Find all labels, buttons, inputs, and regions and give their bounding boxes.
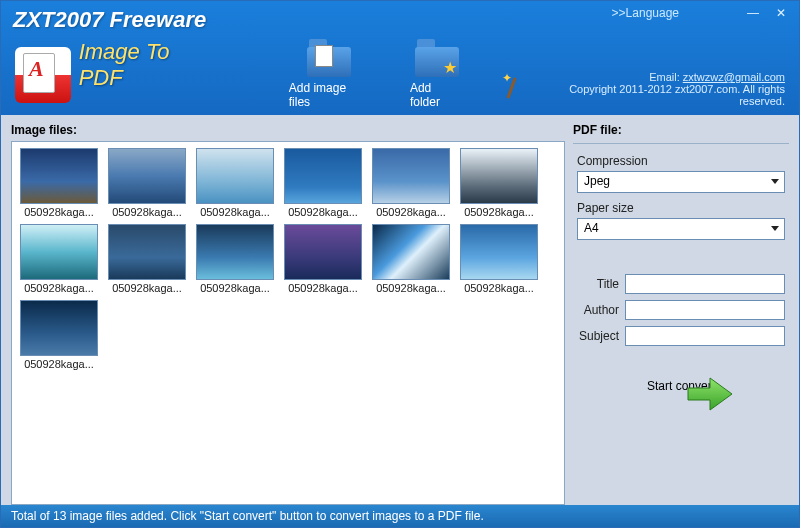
thumbnail-item[interactable]: 050928kaga...	[458, 148, 540, 218]
thumbnail-item[interactable]: 050928kaga...	[18, 224, 100, 294]
thumbnail-image	[372, 148, 450, 204]
body: Image files: 050928kaga...050928kaga...0…	[1, 115, 799, 505]
paper-size-select[interactable]: A4	[577, 218, 785, 240]
thumbnail-label: 050928kaga...	[112, 206, 182, 218]
thumbnail-image	[460, 148, 538, 204]
folder-image-icon	[307, 37, 351, 77]
thumbnail-item[interactable]: 050928kaga...	[194, 148, 276, 218]
chevron-down-icon	[771, 226, 779, 231]
title-input[interactable]	[625, 274, 785, 294]
right-panel: PDF file: Compression Jpeg Paper size A4…	[573, 121, 789, 505]
email-prefix: Email:	[649, 71, 683, 83]
thumbnail-area[interactable]: 050928kaga...050928kaga...050928kaga...0…	[11, 141, 565, 505]
app-name: Image To PDF	[79, 39, 219, 91]
pdf-file-title: PDF file:	[573, 121, 789, 141]
app-window: Language — ✕ ZXT2007 Freeware Image To P…	[0, 0, 800, 528]
thumbnail-image	[196, 224, 274, 280]
paper-size-value: A4	[584, 221, 599, 235]
thumbnail-label: 050928kaga...	[376, 282, 446, 294]
thumbnail-image	[108, 224, 186, 280]
add-folder-label: Add folder	[410, 81, 464, 109]
thumbnail-image	[20, 148, 98, 204]
author-label: Author	[577, 303, 619, 317]
start-convert-button[interactable]: Start convert	[577, 376, 785, 393]
copyright-text: Copyright 2011-2012 zxt2007.com. All rig…	[522, 83, 785, 107]
language-link[interactable]: Language	[612, 6, 679, 20]
thumbnail-grid: 050928kaga...050928kaga...050928kaga...0…	[18, 148, 558, 370]
pdf-settings: Compression Jpeg Paper size A4 Title	[573, 152, 789, 505]
thumbnail-item[interactable]: 050928kaga...	[194, 224, 276, 294]
thumbnail-item[interactable]: 050928kaga...	[370, 148, 452, 218]
status-text: Total of 13 image files added. Click "St…	[11, 509, 484, 523]
brand-title: ZXT2007 Freeware	[13, 7, 206, 33]
toolbar: Add image files ★ Add folder	[289, 37, 522, 109]
thumbnail-item[interactable]: 050928kaga...	[370, 224, 452, 294]
hero-row: Image To PDF Add image files ★ Add folde…	[1, 25, 799, 115]
thumbnail-image	[196, 148, 274, 204]
left-panel: Image files: 050928kaga...050928kaga...0…	[11, 121, 565, 505]
status-bar: Total of 13 image files added. Click "St…	[1, 505, 799, 527]
thumbnail-label: 050928kaga...	[288, 206, 358, 218]
thumbnail-item[interactable]: 050928kaga...	[106, 148, 188, 218]
thumbnail-label: 050928kaga...	[112, 282, 182, 294]
thumbnail-label: 050928kaga...	[24, 358, 94, 370]
divider	[573, 143, 789, 144]
subject-label: Subject	[577, 329, 619, 343]
metadata-fields: Title Author Subject	[577, 274, 785, 346]
thumbnail-label: 050928kaga...	[200, 282, 270, 294]
close-button[interactable]: ✕	[767, 5, 795, 21]
email-link[interactable]: zxtwzwz@gmail.com	[683, 71, 785, 83]
copyright-block: Email: zxtwzwz@gmail.com Copyright 2011-…	[522, 71, 785, 109]
thumbnail-image	[284, 224, 362, 280]
thumbnail-item[interactable]: 050928kaga...	[18, 300, 100, 370]
title-label: Title	[577, 277, 619, 291]
thumbnail-image	[108, 148, 186, 204]
wand-icon	[504, 75, 522, 103]
author-input[interactable]	[625, 300, 785, 320]
compression-value: Jpeg	[584, 174, 610, 188]
wand-button[interactable]	[504, 75, 522, 109]
folder-star-icon: ★	[415, 37, 459, 77]
add-image-files-button[interactable]: Add image files	[289, 37, 370, 109]
header: Language — ✕ ZXT2007 Freeware Image To P…	[1, 1, 799, 115]
thumbnail-label: 050928kaga...	[464, 206, 534, 218]
chevron-down-icon	[771, 179, 779, 184]
thumbnail-image	[460, 224, 538, 280]
thumbnail-label: 050928kaga...	[288, 282, 358, 294]
thumbnail-label: 050928kaga...	[464, 282, 534, 294]
window-controls: — ✕	[739, 5, 795, 21]
thumbnail-image	[20, 224, 98, 280]
thumbnail-item[interactable]: 050928kaga...	[282, 148, 364, 218]
add-files-label: Add image files	[289, 81, 370, 109]
app-logo-icon	[15, 47, 71, 103]
thumbnail-label: 050928kaga...	[24, 282, 94, 294]
thumbnail-label: 050928kaga...	[24, 206, 94, 218]
thumbnail-image	[372, 224, 450, 280]
subject-input[interactable]	[625, 326, 785, 346]
compression-label: Compression	[577, 154, 785, 168]
paper-size-label: Paper size	[577, 201, 785, 215]
add-folder-button[interactable]: ★ Add folder	[410, 37, 464, 109]
compression-select[interactable]: Jpeg	[577, 171, 785, 193]
thumbnail-label: 050928kaga...	[376, 206, 446, 218]
minimize-button[interactable]: —	[739, 5, 767, 21]
thumbnail-item[interactable]: 050928kaga...	[458, 224, 540, 294]
thumbnail-item[interactable]: 050928kaga...	[18, 148, 100, 218]
image-files-title: Image files:	[11, 121, 565, 141]
thumbnail-label: 050928kaga...	[200, 206, 270, 218]
thumbnail-item[interactable]: 050928kaga...	[282, 224, 364, 294]
thumbnail-image	[20, 300, 98, 356]
thumbnail-item[interactable]: 050928kaga...	[106, 224, 188, 294]
thumbnail-image	[284, 148, 362, 204]
